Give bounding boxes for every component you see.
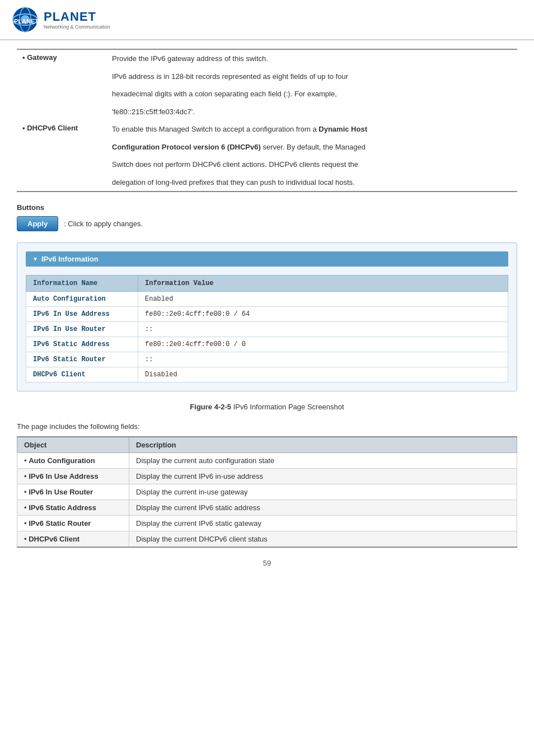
table-row: • DHCPv6 ClientDisplay the current DHCPv… [17,531,517,548]
gateway-label: • Gateway [17,49,106,120]
col-header-name: Information Name [26,276,138,292]
collapse-arrow-icon[interactable]: ▼ [32,256,38,262]
gateway-desc-3: hexadecimal digits with a colon separati… [106,85,517,103]
page-header: PLANET PLANET Networking & Communication [0,0,534,40]
table-row: • Gateway Provide the IPv6 gateway addre… [17,49,517,68]
field-object: • Auto Configuration [17,453,129,469]
apply-description: : Click to apply changes. [64,220,143,228]
table-row: Auto ConfigurationEnabled [26,292,508,307]
logo-brand: PLANET [44,10,96,24]
ipv6-row-value: :: [138,322,508,337]
table-row: • IPv6 In Use RouterDisplay the current … [17,484,517,500]
field-object: • IPv6 Static Address [17,500,129,516]
field-description: Display the current auto configuration s… [129,453,517,469]
apply-button[interactable]: Apply [17,216,58,231]
ipv6-row-name: IPv6 In Use Router [26,322,138,337]
ipv6-row-name: IPv6 Static Address [26,337,138,352]
field-description: Display the current DHCPv6 client status [129,531,517,548]
dhcpv6-desc-4: delegation of long-lived prefixes that t… [106,174,517,192]
field-description: Display the current IPv6 static address [129,500,517,516]
table-row: IPv6 Static Addressfe80::2e0:4cff:fe00:0… [26,337,508,352]
dhcpv6-label: • DHCPv6 Client [17,120,106,192]
ipv6-inner-table: Information Name Information Value Auto … [26,275,508,382]
table-row: • DHCPv6 Client To enable this Managed S… [17,120,517,138]
fields-table: Object Description • Auto ConfigurationD… [17,436,517,548]
planet-logo-icon: PLANET [11,6,39,34]
table-row: IPv6 In Use Addressfe80::2e0:4cff:fe00:0… [26,307,508,322]
fields-intro: The page includes the following fields: [17,422,517,431]
col-description: Description [129,437,517,453]
buttons-row: Apply : Click to apply changes. [17,216,517,231]
dhcpv6-desc-2: Configuration Protocol version 6 (DHCPv6… [106,138,517,156]
ipv6-panel-title: IPv6 Information [41,255,99,263]
ipv6-panel-header: ▼ IPv6 Information [26,251,508,267]
description-table: • Gateway Provide the IPv6 gateway addre… [17,49,517,192]
field-object: • IPv6 Static Router [17,516,129,531]
logo-text-block: PLANET Networking & Communication [44,10,110,30]
table-row: DHCPv6 ClientDisabled [26,367,508,382]
page-number: 59 [17,559,517,576]
table-row: • Auto ConfigurationDisplay the current … [17,453,517,469]
dhcpv6-desc-1: To enable this Managed Switch to accept … [106,120,517,138]
logo: PLANET PLANET Networking & Communication [11,6,110,34]
field-description: Display the current IPv6 static gateway [129,516,517,531]
ipv6-row-value: Disabled [138,367,508,382]
col-header-value: Information Value [138,276,508,292]
gateway-desc-2: IPv6 address is in 128-bit records repre… [106,68,517,86]
table-row: IPv6 In Use Router:: [26,322,508,337]
field-description: Display the current in-use gateway [129,484,517,500]
field-description: Display the current IPv6 in-use address [129,469,517,484]
table-row: • IPv6 Static AddressDisplay the current… [17,500,517,516]
buttons-title: Buttons [17,203,517,212]
ipv6-row-name: DHCPv6 Client [26,367,138,382]
ipv6-row-name: IPv6 Static Router [26,352,138,367]
figure-text: IPv6 Information Page Screenshot [231,403,344,411]
figure-caption: Figure 4-2-5 IPv6 Information Page Scree… [17,403,517,411]
gateway-desc-1: Provide the IPv6 gateway address of this… [106,49,517,68]
table-row: • IPv6 Static RouterDisplay the current … [17,516,517,531]
buttons-section: Buttons Apply : Click to apply changes. [17,203,517,231]
dhcpv6-desc-3: Switch does not perform DHCPv6 client ac… [106,156,517,174]
ipv6-row-value: Enabled [138,292,508,307]
ipv6-row-name: Auto Configuration [26,292,138,307]
gateway-desc-4: 'fe80::215:c5ff:fe03:4dc7'. [106,103,517,121]
field-object: • IPv6 In Use Router [17,484,129,500]
col-object: Object [17,437,129,453]
ipv6-info-panel: ▼ IPv6 Information Information Name Info… [17,242,517,391]
ipv6-row-value: fe80::2e0:4cff:fe00:0 / 64 [138,307,508,322]
table-row: • IPv6 In Use AddressDisplay the current… [17,469,517,484]
field-object: • DHCPv6 Client [17,531,129,548]
ipv6-row-name: IPv6 In Use Address [26,307,138,322]
table-row: IPv6 Static Router:: [26,352,508,367]
ipv6-row-value: fe80::2e0:4cff:fe00:0 / 0 [138,337,508,352]
field-object: • IPv6 In Use Address [17,469,129,484]
svg-text:PLANET: PLANET [14,18,39,25]
logo-subtitle: Networking & Communication [44,24,110,30]
figure-label: Figure 4-2-5 [190,403,231,411]
fields-header-row: Object Description [17,437,517,453]
main-content: • Gateway Provide the IPv6 gateway addre… [0,40,534,584]
table-header-row: Information Name Information Value [26,276,508,292]
ipv6-row-value: :: [138,352,508,367]
